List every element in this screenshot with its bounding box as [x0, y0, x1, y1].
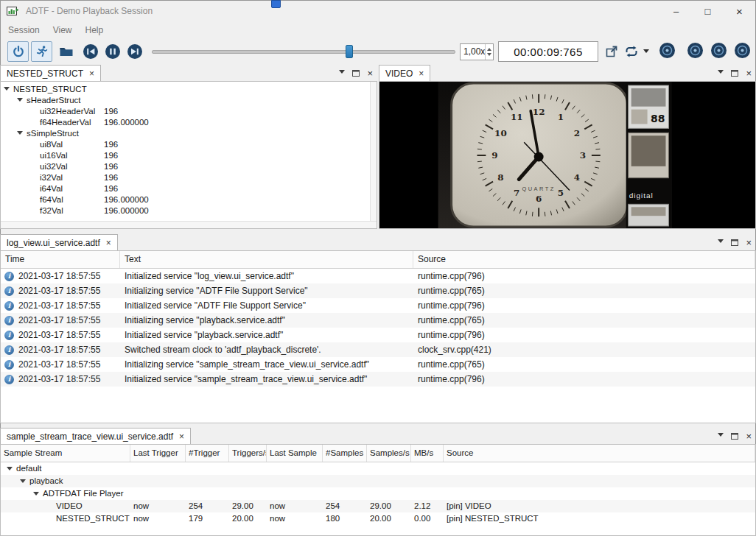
trace-header-sample-stream[interactable]: Sample Stream	[1, 445, 130, 462]
expander-icon[interactable]	[33, 492, 39, 498]
trace-cell: 29.00	[229, 500, 267, 512]
video-tabbar: VIDEO × ×	[379, 65, 756, 81]
expander-icon[interactable]	[17, 98, 23, 105]
tree-row-f64headerval[interactable]: f64HeaderVal196.000000	[1, 116, 369, 127]
panel-menu-icon[interactable]	[718, 239, 724, 246]
speed-value[interactable]: 1,00x	[461, 44, 485, 60]
trace-header-samples[interactable]: #Samples	[323, 445, 367, 462]
trace-header-samples-s[interactable]: Samples/s	[367, 445, 411, 462]
tab-nested-struct[interactable]: NESTED_STRUCT ×	[0, 65, 101, 81]
trace-header-source[interactable]: Source	[444, 445, 755, 462]
tab-sample-stream-trace[interactable]: sample_stream_trace_view.ui_service.adtf…	[0, 428, 191, 444]
tree-row-nested-struct[interactable]: NESTED_STRUCT	[1, 83, 369, 94]
trace-row-playback[interactable]: playback	[1, 475, 755, 487]
spin-down-icon[interactable]	[487, 53, 491, 58]
log-row[interactable]: i2021-03-17 18:57:55Initialized service …	[1, 372, 755, 387]
expander-icon[interactable]	[7, 467, 13, 473]
expander-icon[interactable]	[4, 87, 10, 94]
log-header-time[interactable]: Time	[1, 251, 120, 268]
overlay-widget-icon[interactable]	[271, 0, 281, 8]
panel-float-icon[interactable]	[731, 429, 738, 442]
panel-close-icon[interactable]: ×	[746, 431, 752, 442]
log-header-text[interactable]: Text	[120, 251, 413, 268]
maximize-button[interactable]: □	[692, 1, 724, 22]
tree-row-ssimplestruct[interactable]: sSimpleStruct	[1, 127, 369, 138]
close-button[interactable]: ×	[724, 1, 755, 22]
panel-float-icon[interactable]	[731, 66, 738, 80]
minimize-button[interactable]: –	[660, 1, 692, 22]
menu-item-session[interactable]: Session	[1, 25, 46, 35]
trace-row-default[interactable]: default	[1, 462, 755, 475]
panel-float-icon[interactable]	[352, 66, 360, 80]
tab-close-icon[interactable]: ×	[89, 68, 94, 79]
marker-button-1[interactable]	[659, 42, 676, 59]
trace-header-mb-s[interactable]: MB/s	[411, 445, 444, 462]
panel-close-icon[interactable]: ×	[746, 68, 752, 79]
trace-row-adtfdat-file-player[interactable]: ADTFDAT File Player	[1, 487, 755, 500]
log-row[interactable]: i2021-03-17 18:57:55Initializing service…	[1, 357, 755, 372]
pause-button[interactable]	[105, 43, 121, 60]
marker-button-4[interactable]	[734, 42, 751, 59]
spin-up-icon[interactable]	[487, 46, 491, 51]
seek-slider[interactable]	[152, 44, 455, 59]
skip-to-start-button[interactable]	[83, 43, 99, 60]
tab-close-icon[interactable]: ×	[419, 68, 424, 79]
trace-header-trigger[interactable]: #Trigger	[186, 445, 229, 462]
trace-cell: 254	[323, 500, 367, 512]
spinbox-arrows[interactable]	[485, 44, 493, 60]
loop-button[interactable]	[623, 43, 640, 60]
slider-handle[interactable]	[346, 45, 353, 58]
expander-icon[interactable]	[17, 131, 23, 138]
tree-row-ui8val[interactable]: ui8Val196	[1, 138, 369, 149]
panel-close-icon[interactable]: ×	[367, 68, 373, 79]
tree-row-ui32headerval[interactable]: ui32HeaderVal196	[1, 105, 369, 116]
tab-close-icon[interactable]: ×	[179, 431, 184, 442]
tree-row-f64val[interactable]: f64Val196.000000	[1, 194, 369, 205]
menu-item-view[interactable]: View	[46, 25, 79, 35]
menu-bar: SessionViewHelp	[1, 22, 756, 38]
tree-row-sheaderstruct[interactable]: sHeaderStruct	[1, 94, 369, 105]
tree-row-ui16val[interactable]: ui16Val196	[1, 149, 369, 161]
loop-dropdown-caret[interactable]	[643, 49, 649, 56]
tab-close-icon[interactable]: ×	[106, 238, 111, 248]
log-header-source[interactable]: Source	[413, 251, 755, 268]
slider-track[interactable]	[152, 50, 455, 54]
log-row[interactable]: i2021-03-17 18:57:55Initializing service…	[1, 313, 755, 328]
time-display[interactable]: 00:00:09:765	[498, 41, 598, 62]
log-row[interactable]: i2021-03-17 18:57:55Initializing service…	[1, 283, 755, 298]
speed-spinbox[interactable]: 1,00x	[460, 43, 494, 60]
trace-row-nested-struct[interactable]: NESTED_STRUCTnow17920.00now18020.000.00[…	[1, 512, 755, 525]
panel-float-icon[interactable]	[731, 236, 738, 249]
log-row[interactable]: i2021-03-17 18:57:55Initialized service …	[1, 328, 755, 342]
marker-button-2[interactable]	[687, 42, 704, 59]
horizontal-scrollbar[interactable]	[1, 221, 377, 228]
panel-menu-icon[interactable]	[339, 70, 345, 77]
trace-header-last-trigger[interactable]: Last Trigger	[130, 445, 186, 462]
detach-button[interactable]	[604, 44, 619, 59]
log-row[interactable]: i2021-03-17 18:57:55Switched stream cloc…	[1, 342, 755, 357]
marker-button-3[interactable]	[710, 42, 727, 59]
run-button[interactable]	[31, 41, 52, 62]
open-folder-button[interactable]	[59, 46, 74, 57]
svg-text:8: 8	[497, 172, 503, 183]
tree-row-i64val[interactable]: i64Val196	[1, 183, 369, 194]
tab-video[interactable]: VIDEO ×	[379, 65, 430, 81]
expander-icon[interactable]	[20, 479, 26, 486]
panel-menu-icon[interactable]	[718, 70, 724, 77]
log-row[interactable]: i2021-03-17 18:57:55Initialized service …	[1, 269, 755, 283]
vertical-scrollbar[interactable]	[370, 82, 377, 221]
tree-item-value: 196.000000	[104, 118, 149, 127]
trace-header-last-sample[interactable]: Last Sample	[267, 445, 323, 462]
log-row[interactable]: i2021-03-17 18:57:55Initialized service …	[1, 298, 755, 313]
menu-item-help[interactable]: Help	[79, 25, 111, 35]
tab-log-view[interactable]: log_view.ui_service.adtf ×	[0, 234, 118, 250]
trace-header-triggers-s[interactable]: Triggers/s	[229, 445, 267, 462]
tree-row-f32val[interactable]: f32Val196.000000	[1, 205, 369, 216]
skip-to-end-button[interactable]	[127, 43, 143, 60]
trace-row-video[interactable]: VIDEOnow25429.00now25429.002.12[pin] VID…	[1, 500, 755, 512]
tree-row-i32val[interactable]: i32Val196	[1, 172, 369, 183]
power-button[interactable]	[7, 41, 29, 62]
panel-close-icon[interactable]: ×	[746, 237, 752, 248]
panel-menu-icon[interactable]	[718, 433, 724, 440]
tree-row-ui32val[interactable]: ui32Val196	[1, 161, 369, 172]
